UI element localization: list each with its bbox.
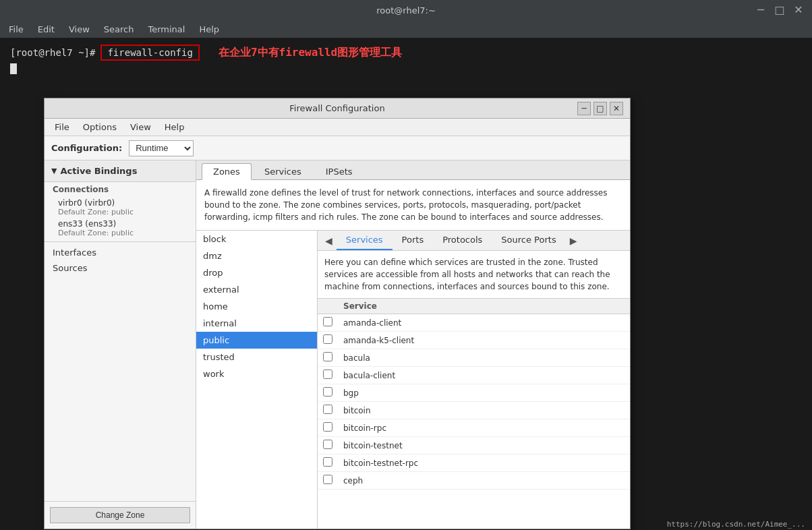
- terminal-menu-file[interactable]: File: [3, 23, 29, 36]
- fw-close-button[interactable]: ✕: [610, 102, 623, 115]
- fw-services-panel: ◀ Services Ports Protocols Source Ports …: [318, 231, 630, 529]
- service-checkbox-bacula[interactable]: [323, 352, 332, 361]
- fw-main-content: Zones Services IPSets A firewalld zone d…: [196, 160, 630, 529]
- service-checkbox-ceph[interactable]: [323, 475, 332, 484]
- collapse-arrow-icon[interactable]: ▼: [51, 167, 57, 175]
- service-checkbox-cell[interactable]: [318, 402, 338, 419]
- table-row: amanda-k5-client: [318, 332, 630, 349]
- fw-title-controls: ─ □ ✕: [577, 102, 623, 115]
- zone-external[interactable]: external: [196, 281, 317, 298]
- service-tab-ports[interactable]: Ports: [393, 231, 434, 250]
- service-tab-source-ports[interactable]: Source Ports: [492, 231, 565, 250]
- terminal-menu-search[interactable]: Search: [98, 23, 140, 36]
- service-checkbox-bgp[interactable]: [323, 387, 332, 396]
- table-row: bitcoin-rpc: [318, 419, 630, 437]
- service-name-cell: bitcoin: [338, 402, 630, 419]
- terminal-menu-edit[interactable]: Edit: [32, 23, 60, 36]
- fw-body: ▼ Active Bindings Connections virbr0 (vi…: [45, 160, 630, 529]
- service-checkbox-cell[interactable]: [318, 384, 338, 402]
- firewall-config-window: Firewall Configuration ─ □ ✕ File Option…: [44, 98, 631, 529]
- fw-menu-view[interactable]: View: [123, 121, 158, 134]
- terminal-prompt: [root@rhel7 ~]#: [10, 47, 95, 58]
- fw-maximize-button[interactable]: □: [593, 102, 607, 115]
- config-label: Configuration:: [51, 143, 122, 153]
- ens33-zone: Default Zone: public: [58, 229, 187, 237]
- maximize-button[interactable]: □: [773, 3, 786, 17]
- connections-section-label: Connections: [45, 182, 196, 197]
- service-checkbox-cell[interactable]: [318, 437, 338, 454]
- status-bar: https://blog.csdn.net/Aimee_...: [660, 519, 812, 530]
- terminal-menu-terminal[interactable]: Terminal: [142, 23, 190, 36]
- zone-dmz[interactable]: dmz: [196, 247, 317, 264]
- zone-public[interactable]: public: [196, 332, 317, 349]
- sidebar-item-ens33[interactable]: ens33 (ens33) Default Zone: public: [45, 218, 196, 239]
- service-checkbox-bitcoin-testnet-rpc[interactable]: [323, 457, 332, 467]
- title-bar-controls: ─ □ ✕: [754, 3, 805, 17]
- tab-zones[interactable]: Zones: [202, 163, 252, 180]
- zone-list: block dmz drop external home internal pu…: [196, 231, 318, 529]
- fw-menu-help[interactable]: Help: [158, 121, 192, 134]
- service-checkbox-amanda-k5-client[interactable]: [323, 334, 332, 344]
- service-checkbox-bitcoin-testnet[interactable]: [323, 440, 332, 449]
- service-checkbox-bacula-client[interactable]: [323, 370, 332, 379]
- service-name-cell: bacula-client: [338, 367, 630, 384]
- fw-menu-bar: File Options View Help: [45, 119, 630, 136]
- change-zone-button[interactable]: Change Zone: [50, 507, 190, 523]
- sidebar-bottom: Change Zone: [45, 501, 196, 529]
- service-tab-protocols[interactable]: Protocols: [433, 231, 492, 250]
- zone-trusted[interactable]: trusted: [196, 349, 317, 365]
- terminal-title-bar: root@rhel7:~ ─ □ ✕: [0, 0, 812, 20]
- config-dropdown[interactable]: Runtime Permanent: [129, 140, 194, 156]
- fw-zone-content: block dmz drop external home internal pu…: [196, 231, 630, 529]
- zone-drop[interactable]: drop: [196, 264, 317, 281]
- service-name-cell: bitcoin-testnet-rpc: [338, 454, 630, 472]
- service-checkbox-cell[interactable]: [318, 349, 338, 367]
- terminal-menu-view[interactable]: View: [63, 23, 95, 36]
- service-table: Service amanda-client amanda-k5-client b…: [318, 299, 630, 490]
- service-checkbox-cell[interactable]: [318, 332, 338, 349]
- service-checkbox-cell[interactable]: [318, 367, 338, 384]
- service-name-cell: bitcoin-testnet: [338, 437, 630, 454]
- terminal-menu-help[interactable]: Help: [194, 23, 225, 36]
- active-bindings-header: ▼ Active Bindings: [45, 160, 196, 182]
- terminal-title: root@rhel7:~: [376, 5, 436, 16]
- zone-block[interactable]: block: [196, 231, 317, 247]
- fw-menu-file[interactable]: File: [48, 121, 76, 134]
- fw-toolbar: Configuration: Runtime Permanent: [45, 136, 630, 160]
- zone-home[interactable]: home: [196, 298, 317, 315]
- service-checkbox-cell[interactable]: [318, 419, 338, 437]
- minimize-button[interactable]: ─: [754, 3, 767, 17]
- ens33-name: ens33 (ens33): [58, 219, 187, 229]
- service-tab-services[interactable]: Services: [337, 231, 393, 250]
- tab-ipsets[interactable]: IPSets: [314, 163, 364, 179]
- fw-main-tabs: Zones Services IPSets: [196, 160, 630, 180]
- service-table-check-header: [318, 299, 338, 314]
- sidebar-item-virbr0[interactable]: virbr0 (virbr0) Default Zone: public: [45, 197, 196, 218]
- service-name-cell: bacula: [338, 349, 630, 367]
- services-description: Here you can define which services are t…: [318, 251, 630, 299]
- service-checkbox-amanda-client[interactable]: [323, 317, 332, 326]
- service-checkbox-cell[interactable]: [318, 314, 338, 332]
- terminal-line-1: [root@rhel7 ~]# firewall-config 在企业7中有fi…: [10, 45, 802, 61]
- zone-work[interactable]: work: [196, 365, 317, 382]
- sidebar-item-interfaces[interactable]: Interfaces: [45, 245, 196, 260]
- terminal-line-2: [10, 63, 802, 74]
- close-button[interactable]: ✕: [792, 3, 805, 17]
- service-checkbox-bitcoin-rpc[interactable]: [323, 422, 332, 432]
- service-checkbox-cell[interactable]: [318, 454, 338, 472]
- service-checkbox-cell[interactable]: [318, 472, 338, 490]
- service-name-cell: bgp: [338, 384, 630, 402]
- fw-menu-options[interactable]: Options: [76, 121, 123, 134]
- fw-minimize-button[interactable]: ─: [577, 102, 591, 115]
- table-row: bitcoin: [318, 402, 630, 419]
- nav-right-arrow-icon[interactable]: ▶: [566, 233, 581, 249]
- nav-left-arrow-icon[interactable]: ◀: [321, 233, 337, 249]
- fw-sidebar: ▼ Active Bindings Connections virbr0 (vi…: [45, 160, 196, 529]
- terminal-content: [root@rhel7 ~]# firewall-config 在企业7中有fi…: [0, 38, 812, 84]
- table-row: bgp: [318, 384, 630, 402]
- tab-services-main[interactable]: Services: [253, 163, 313, 179]
- zone-internal[interactable]: internal: [196, 315, 317, 332]
- service-checkbox-bitcoin[interactable]: [323, 405, 332, 414]
- table-row: bitcoin-testnet: [318, 437, 630, 454]
- sidebar-item-sources[interactable]: Sources: [45, 260, 196, 276]
